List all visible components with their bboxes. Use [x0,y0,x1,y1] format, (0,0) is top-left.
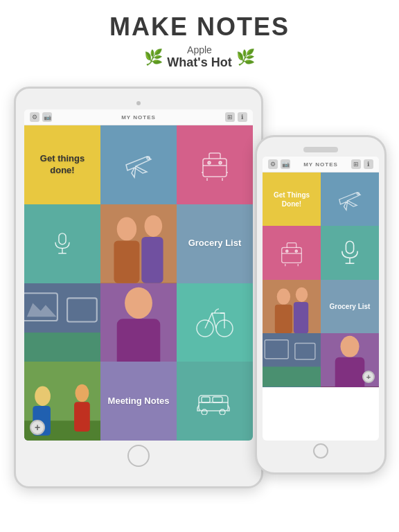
get-things-done-label: Get things done! [24,150,100,179]
svg-rect-37 [282,248,302,263]
app-title: MAKE NOTES [0,12,399,42]
svg-point-29 [75,384,89,402]
header: MAKE NOTES 🌿 Apple What's Hot 🌿 [0,0,399,76]
svg-rect-12 [114,240,139,283]
iphone-topbar-left-icons: ⚙ 📷 [268,159,290,169]
svg-point-13 [145,215,163,236]
svg-point-27 [35,387,51,406]
ipad-cell-soccer-photo[interactable]: + [24,362,100,441]
iphone-plane-doodle-icon [335,188,365,211]
iphone-cell-plane[interactable] [321,172,379,226]
svg-point-45 [277,288,290,304]
ipad-cell-get-things-done[interactable]: Get things done! [24,125,100,204]
plane-doodle-icon [121,151,157,179]
svg-rect-30 [74,402,90,432]
grocery-list-label: Grocery List [186,235,245,252]
iphone-grocery-list-label: Grocery List [328,300,373,313]
svg-point-54 [340,336,359,357]
apple-badge: Apple What's Hot [167,44,231,70]
iphone-cell-grocery-list[interactable]: Grocery List [321,280,379,333]
iphone-cell-suitcase[interactable] [263,226,321,279]
svg-rect-55 [335,357,365,387]
ipad-topbar-left-icons: ⚙ 📷 [30,112,52,122]
mic-doodle-icon [50,231,75,256]
iphone-settings-icon[interactable]: ⚙ [268,159,278,169]
ipad-add-button[interactable]: + [30,420,45,435]
svg-rect-22 [117,319,161,362]
ipad-topbar: ⚙ 📷 MY NOTES ⊞ ℹ [24,109,253,125]
svg-rect-33 [213,397,222,402]
iphone-cell-woman-photo[interactable]: + [321,333,379,387]
camera-icon[interactable]: 📷 [42,112,52,122]
ipad-topbar-right-icons: ⊞ ℹ [225,112,247,122]
iphone-add-button[interactable]: + [362,371,375,383]
svg-rect-48 [294,302,308,333]
svg-point-40 [295,250,297,252]
svg-rect-32 [202,397,210,402]
ipad-cell-beach-photo[interactable] [24,283,100,362]
iphone-cell-get-things-done[interactable]: Get Things Done! [263,172,321,226]
laurel-right-icon: 🌿 [236,48,255,66]
ipad-screen-title: MY NOTES [121,114,156,121]
sort-icon[interactable]: ⊞ [225,112,235,122]
ipad-notes-grid: Get things done! [24,125,253,441]
laurel-left-icon: 🌿 [144,48,163,66]
iphone-topbar-right-icons: ⊞ ℹ [351,159,373,169]
ipad-cell-couple-photo[interactable] [100,204,177,283]
apple-logo-icon: Apple [187,44,212,55]
ipad-cell-plane[interactable] [100,125,177,204]
iphone-couple-photo-image [263,280,321,333]
svg-point-3 [208,161,211,164]
devices-area: ⚙ 📷 MY NOTES ⊞ ℹ Get things done! [0,80,399,509]
settings-icon[interactable]: ⚙ [30,112,39,122]
svg-rect-14 [141,237,163,283]
ipad-cell-suitcase[interactable] [177,125,253,204]
iphone-get-things-done-label: Get Things Done! [263,188,321,211]
svg-rect-46 [275,305,292,334]
iphone-home-button[interactable] [313,443,328,459]
iphone-suitcase-doodle-icon [277,238,306,267]
suitcase-doodle-icon [197,148,232,182]
couple-photo-image [100,204,177,283]
ipad-screen: ⚙ 📷 MY NOTES ⊞ ℹ Get things done! [24,109,253,441]
iphone-cell-beach-photo[interactable] [263,333,321,387]
svg-rect-1 [203,159,227,177]
svg-point-21 [125,287,152,319]
iphone-mic-doodle-icon [339,238,361,267]
svg-rect-31 [199,396,228,411]
iphone-cell-couple-photo[interactable] [263,280,321,333]
iphone-topbar: ⚙ 📷 MY NOTES ⊞ ℹ [263,157,379,172]
meeting-notes-label: Meeting Notes [105,393,172,410]
svg-rect-7 [59,233,66,245]
iphone-notch [303,147,338,152]
svg-point-39 [286,250,288,252]
beach-photo-image [24,283,100,362]
ipad-cell-mic[interactable] [24,204,100,283]
info-icon[interactable]: ℹ [238,112,247,122]
iphone-device: ⚙ 📷 MY NOTES ⊞ ℹ Get Things Done! [255,135,387,475]
ipad-camera-icon [136,101,141,105]
ipad-cell-grocery-list[interactable]: Grocery List [177,204,253,283]
svg-rect-16 [24,332,100,362]
iphone-screen: ⚙ 📷 MY NOTES ⊞ ℹ Get Things Done! [263,157,379,441]
svg-rect-41 [346,241,353,254]
iphone-info-icon[interactable]: ℹ [364,159,373,169]
ipad-cell-woman-photo[interactable] [100,283,177,362]
ipad-cell-bike[interactable] [177,283,253,362]
iphone-screen-title: MY NOTES [303,161,338,168]
ipad-cell-van[interactable] [177,362,253,441]
badge-area: 🌿 Apple What's Hot 🌿 [0,44,399,70]
svg-point-4 [219,161,222,164]
iphone-sort-icon[interactable]: ⊞ [351,159,361,169]
ipad-device: ⚙ 📷 MY NOTES ⊞ ℹ Get things done! [14,87,263,488]
van-doodle-icon [195,387,235,415]
bike-doodle-icon [195,306,234,338]
svg-rect-50 [263,367,321,387]
iphone-cell-mic[interactable] [321,226,379,279]
woman-photo-image [100,283,177,362]
svg-point-34 [202,409,207,415]
ipad-cell-meeting-notes[interactable]: Meeting Notes [100,362,177,441]
ipad-home-button[interactable] [127,445,150,467]
iphone-notes-grid: Get Things Done! [263,172,379,441]
iphone-camera-icon[interactable]: 📷 [281,159,290,169]
